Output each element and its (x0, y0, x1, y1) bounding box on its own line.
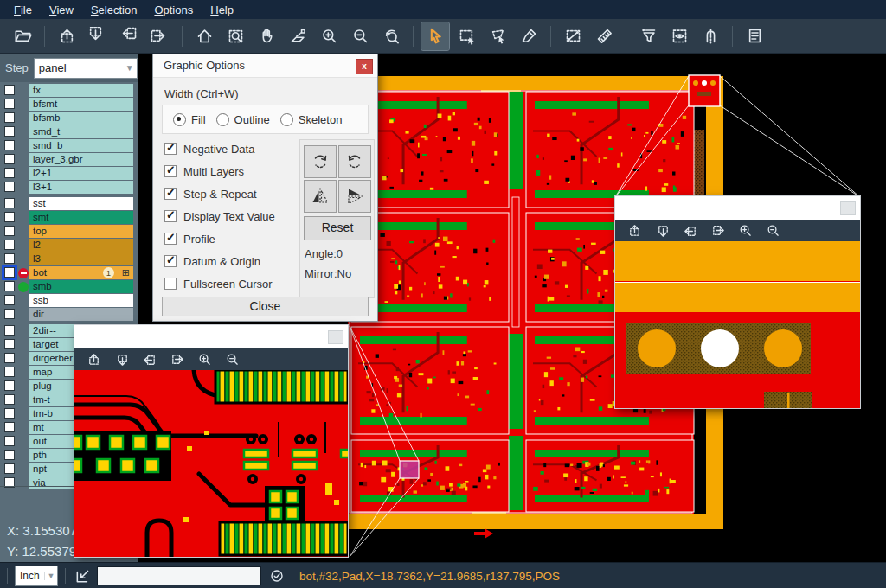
magnifier-content-pads[interactable] (615, 241, 860, 408)
layer-row-sst[interactable]: sst (0, 197, 133, 210)
checkbox[interactable] (164, 210, 177, 222)
layer-checkbox[interactable] (4, 436, 15, 446)
step-select[interactable]: panel ▼ (34, 58, 138, 79)
checkbox[interactable] (164, 188, 177, 200)
pan-left-button[interactable] (115, 22, 143, 50)
window-button[interactable] (328, 330, 343, 344)
layer-checkbox[interactable] (4, 339, 15, 349)
reset-button[interactable]: Reset (304, 216, 371, 240)
layer-row-l2+1[interactable]: l2+1 (0, 167, 133, 180)
layer-row-ssb[interactable]: ssb (0, 294, 133, 307)
view-options-button[interactable] (665, 22, 693, 50)
zoom-in-button[interactable] (315, 22, 343, 50)
layer-label[interactable]: dir (29, 308, 133, 321)
layer-checkbox[interactable] (4, 126, 15, 137)
unit-select[interactable]: Inch ▼ (15, 566, 58, 586)
pan-down-button[interactable] (652, 221, 672, 240)
pan-right-button[interactable] (146, 22, 174, 50)
layer-label[interactable]: layer_3.gbr (29, 153, 133, 166)
layer-row-l3[interactable]: l3 (0, 252, 133, 265)
layer-checkbox[interactable] (4, 140, 15, 150)
checkbox-row-fullscreen-cursor[interactable]: Fullscreen Cursor (164, 272, 294, 295)
menu-view[interactable]: View (41, 2, 82, 18)
radio-circle[interactable] (216, 113, 229, 126)
radio-skeleton[interactable]: Skeleton (280, 113, 343, 126)
zoom-source-right[interactable] (689, 75, 720, 106)
checkbox[interactable] (164, 233, 177, 245)
checkbox[interactable] (164, 255, 177, 267)
angle-measure-icon[interactable] (74, 567, 92, 585)
layer-checkbox[interactable] (4, 212, 15, 222)
mirror-horizontal-button[interactable] (304, 180, 337, 213)
checkbox[interactable] (164, 143, 177, 155)
checkbox[interactable] (164, 278, 177, 290)
layer-row-bfsmt[interactable]: bfsmt (0, 98, 133, 111)
layer-label[interactable]: l3 (29, 252, 133, 265)
select-poly-button[interactable] (484, 22, 511, 50)
zoom-previous-button[interactable] (377, 22, 405, 50)
layer-label[interactable]: smt (29, 211, 133, 224)
command-input[interactable] (97, 566, 261, 585)
layer-row-bfsmb[interactable]: bfsmb (0, 112, 133, 125)
radio-circle[interactable] (280, 113, 293, 126)
drag-view-button[interactable] (284, 22, 311, 50)
mirror-vertical-button[interactable] (338, 180, 371, 213)
zoom-out-button[interactable] (222, 350, 242, 369)
filter-button[interactable] (634, 22, 662, 50)
layer-label[interactable]: bfsmt (29, 98, 133, 111)
layer-checkbox[interactable] (4, 380, 15, 391)
layer-label[interactable]: l2+1 (29, 167, 133, 180)
pan-up-button[interactable] (624, 221, 645, 240)
layer-row-l3+1[interactable]: l3+1 (0, 181, 133, 194)
checkbox-row-profile[interactable]: Profile (164, 227, 294, 250)
layer-checkbox[interactable] (4, 450, 15, 460)
layer-row-smt[interactable]: smt (0, 211, 133, 224)
checkbox-row-multi-layers[interactable]: Multi Layers (164, 160, 294, 182)
select-tool-button[interactable] (421, 22, 449, 50)
layer-checkbox[interactable] (4, 408, 15, 419)
layer-label[interactable]: fx (29, 84, 133, 97)
layer-row-layer_3.gbr[interactable]: layer_3.gbr (0, 153, 133, 166)
open-file-button[interactable] (9, 22, 36, 50)
select-rect-button[interactable] (453, 22, 480, 50)
layer-checkbox[interactable] (4, 309, 15, 319)
layer-checkbox[interactable] (4, 267, 15, 278)
checkbox-row-step-repeat[interactable]: Step & Repeat (164, 182, 294, 205)
pan-left-button[interactable] (138, 350, 159, 369)
menu-options[interactable]: Options (145, 2, 202, 18)
layer-label[interactable]: ssb (29, 294, 133, 307)
layer-row-l2[interactable]: l2 (0, 239, 133, 252)
layer-row-dir[interactable]: dir (0, 308, 133, 321)
pan-left-button[interactable] (679, 221, 700, 240)
menu-file[interactable]: File (5, 2, 41, 18)
checkbox-row-negative-data[interactable]: Negative Data (164, 137, 294, 160)
layer-checkbox[interactable] (4, 240, 15, 250)
report-button[interactable] (741, 22, 768, 50)
pan-right-button[interactable] (166, 350, 187, 369)
measure-distance-button[interactable] (559, 22, 587, 50)
zoom-in-button[interactable] (735, 221, 755, 240)
zoom-window-button[interactable] (222, 22, 249, 50)
layer-label[interactable]: top (29, 225, 133, 238)
checkbox-row-datum-origin[interactable]: Datum & Origin (164, 250, 294, 272)
checkbox[interactable] (164, 165, 177, 177)
layer-row-smd_b[interactable]: smd_b (0, 139, 133, 152)
menu-selection[interactable]: Selection (82, 2, 145, 18)
layer-checkbox[interactable] (4, 182, 15, 192)
magnifier-content-pcb-traces[interactable] (74, 370, 348, 557)
layer-checkbox[interactable] (4, 281, 15, 291)
layer-row-top[interactable]: top (0, 225, 133, 238)
snap-button[interactable] (697, 22, 724, 50)
layer-row-fx[interactable]: fx (0, 84, 133, 97)
zoom-in-button[interactable] (194, 350, 215, 369)
layer-checkbox[interactable] (4, 99, 15, 109)
sync-icon[interactable] (269, 568, 285, 584)
rotate-ccw-button[interactable] (338, 145, 371, 178)
layer-checkbox[interactable] (4, 394, 15, 405)
layer-label[interactable]: bfsmb (29, 112, 133, 125)
pan-down-button[interactable] (111, 350, 132, 369)
layer-checkbox[interactable] (4, 85, 15, 95)
layer-label[interactable]: smb (29, 280, 133, 293)
magnifier-titlebar[interactable] (74, 325, 348, 348)
ruler-button[interactable] (590, 22, 618, 50)
